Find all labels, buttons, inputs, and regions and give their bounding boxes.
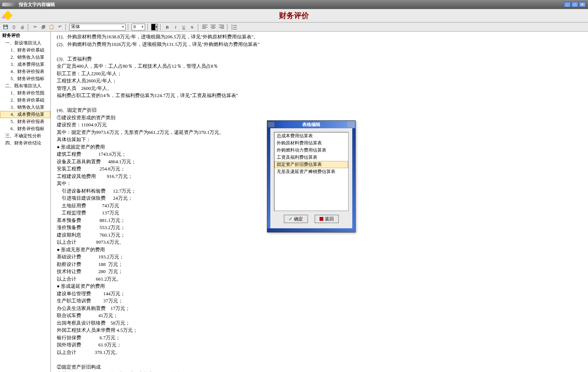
dialog-list-item[interactable]: 外购燃料动力费用估算表 xyxy=(274,147,348,154)
dialog-ok-button[interactable]: ✓确定 xyxy=(284,215,308,223)
dialog-list-item[interactable]: 无形及递延资产摊销费估算表 xyxy=(274,168,348,175)
bold-button[interactable]: B xyxy=(164,24,171,30)
tree-item[interactable]: 4、财务评价报表 xyxy=(0,68,50,75)
italic-button[interactable]: I xyxy=(172,24,179,30)
underline-button[interactable]: U xyxy=(180,24,187,30)
table-edit-dialog: 表格编辑 总成本费用估算表外购原材料费用估算表外购燃料动力费用估算表工资及福利费… xyxy=(267,120,356,232)
font-size-select[interactable]: 8 xyxy=(132,24,145,30)
nav-sidebar: 财务评价 一、新设项目法人1、财务评价基础2、销售收入估算3、成本费用估算4、财… xyxy=(0,32,51,372)
dialog-back-button[interactable]: 返回 xyxy=(315,215,339,223)
font-select[interactable]: 宋体 xyxy=(69,24,126,30)
tree-item[interactable]: 6、财务评价指标 xyxy=(0,125,50,132)
tree-item[interactable]: 2、销售收入估算 xyxy=(0,54,50,61)
align-center-button[interactable] xyxy=(210,24,217,30)
save-button[interactable]: 💾 xyxy=(2,24,9,30)
dialog-list-item[interactable]: 工资及福利费估算表 xyxy=(274,154,348,161)
tree-section[interactable]: 一、新设项目法人 xyxy=(0,39,50,47)
strike-button[interactable]: S xyxy=(189,24,195,30)
cut-button[interactable]: ✂ xyxy=(32,24,38,30)
window-title: 报告文字内容编辑 xyxy=(19,2,55,8)
pencil-icon xyxy=(2,11,13,21)
dialog-titlebar[interactable]: 表格编辑 xyxy=(267,121,355,128)
header-row: 财务评价 xyxy=(0,9,588,23)
tree-item[interactable]: 3、成本费用估算 xyxy=(0,61,50,68)
paste-button[interactable]: 📋 xyxy=(48,24,55,30)
align-right-button[interactable] xyxy=(218,24,225,30)
dialog-list-item[interactable]: 总成本费用估算表 xyxy=(274,132,348,140)
tree-section[interactable]: 二、既有项目法人 xyxy=(0,82,50,90)
close-button[interactable]: ✕ xyxy=(579,2,586,7)
dialog-list-item[interactable]: 外购原材料费用估算表 xyxy=(274,140,348,147)
bullets-button[interactable] xyxy=(231,24,238,30)
page-title: 财务评价 xyxy=(279,11,309,21)
align-left-button[interactable] xyxy=(202,24,208,30)
tree-item[interactable]: 5、财务评价报表 xyxy=(0,118,50,125)
dialog-list[interactable]: 总成本费用估算表外购原材料费用估算表外购燃料动力费用估算表工资及福利费估算表固定… xyxy=(274,132,349,211)
tree-item[interactable]: 2、财务评价基础 xyxy=(0,97,50,104)
copy-button[interactable]: 🗐 xyxy=(40,24,47,30)
font-color-button[interactable]: ▼ xyxy=(151,24,158,30)
tree-item[interactable]: 3、销售收入估算 xyxy=(0,104,50,111)
undo-button[interactable]: ↶ xyxy=(56,24,63,30)
tree-section[interactable]: 三、不确定性分析 xyxy=(0,132,50,140)
print-button[interactable]: 🖨 xyxy=(19,24,26,30)
window-titlebar: 报告文字内容编辑 _ □ ✕ xyxy=(0,0,588,9)
tree-item[interactable]: 1、财务评价基础 xyxy=(0,47,50,54)
tree-item[interactable]: 5、财务评价指标 xyxy=(0,75,50,82)
editor-toolbar: 💾 🗋 🖨 ✂ 🗐 📋 ↶ 宋体 8 ▼ B I U S xyxy=(0,23,588,32)
dialog-title: 表格编辑 xyxy=(302,121,320,128)
dialog-list-item[interactable]: 固定资产折旧费估算表 xyxy=(274,161,348,168)
new-button[interactable]: 🗋 xyxy=(11,24,17,30)
minimize-button[interactable]: _ xyxy=(564,2,571,7)
window-buttons: _ □ ✕ xyxy=(564,2,586,7)
tree-root[interactable]: 财务评价 xyxy=(0,32,50,39)
tree-item[interactable]: 1、财务评价范围 xyxy=(0,90,50,97)
maximize-button[interactable]: □ xyxy=(571,2,578,7)
tree-item[interactable]: 4、成本费用估算 xyxy=(0,111,50,118)
tree-section[interactable]: 四、财务评价结论 xyxy=(0,140,50,147)
